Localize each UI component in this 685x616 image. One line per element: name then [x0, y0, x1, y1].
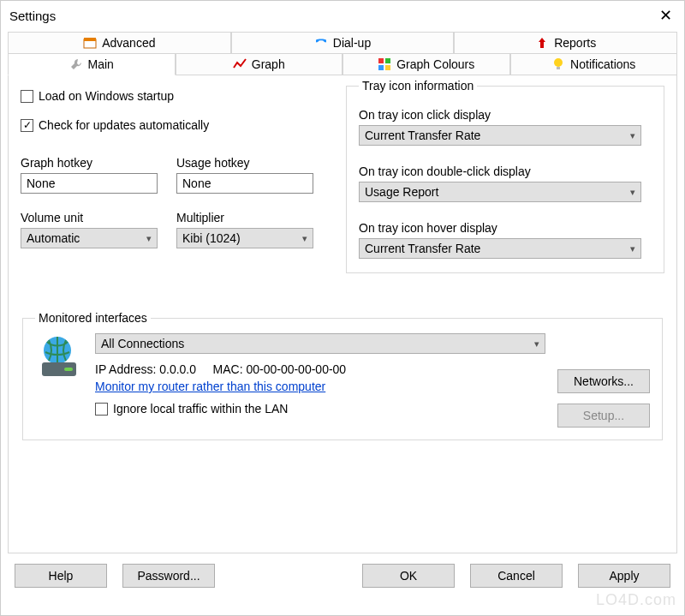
ok-button[interactable]: OK: [362, 564, 455, 588]
checkbox-icon: [95, 403, 108, 416]
checkbox-load-startup[interactable]: Load on Windows startup: [21, 89, 346, 103]
svg-rect-1: [84, 38, 96, 41]
combo-value: Current Transfer Rate: [365, 129, 480, 142]
svg-rect-10: [64, 368, 73, 371]
wrench-icon: [69, 57, 83, 71]
checkbox-label: Load on Windows startup: [39, 89, 174, 103]
bottom-button-bar: Help Password... OK Cancel Apply: [1, 553, 684, 600]
graph-icon: [233, 57, 247, 71]
lightbulb-icon: [551, 57, 565, 71]
tab-notifications[interactable]: Notifications: [510, 53, 678, 75]
checkbox-label: Check for updates automatically: [39, 118, 209, 132]
mac-label: MAC:: [213, 362, 243, 376]
tabs-row-top: Advanced Dial-up Reports: [8, 32, 677, 53]
chevron-down-icon: ▾: [630, 130, 635, 141]
graph-hotkey-input[interactable]: [21, 173, 158, 194]
palette-icon: [378, 57, 391, 71]
tray-dblclick-label: On tray icon double-click display: [359, 164, 652, 178]
tab-content-main: Load on Windows startup ✓ Check for upda…: [8, 75, 677, 553]
chevron-down-icon: ▾: [630, 187, 635, 198]
calendar-icon: [83, 36, 97, 50]
svg-point-6: [554, 58, 563, 67]
tab-graph[interactable]: Graph: [176, 53, 343, 75]
ip-value: 0.0.0.0: [159, 362, 196, 376]
multiplier-label: Multiplier: [176, 211, 313, 224]
networks-button[interactable]: Networks...: [557, 369, 650, 393]
setup-button[interactable]: Setup...: [557, 404, 650, 428]
tab-label: Advanced: [102, 36, 155, 50]
svg-rect-7: [557, 67, 560, 69]
chevron-down-icon: ▾: [630, 243, 635, 254]
connection-combo[interactable]: All Connections ▾: [95, 333, 545, 354]
graph-hotkey-label: Graph hotkey: [21, 156, 158, 170]
checkbox-icon-checked: ✓: [21, 119, 33, 132]
checkbox-label: Ignore local traffic within the LAN: [113, 402, 288, 416]
monitored-interfaces-fieldset: Monitored interfaces All Connections ▾ I…: [22, 311, 663, 440]
tab-reports[interactable]: Reports: [454, 32, 677, 53]
multiplier-combo[interactable]: Kibi (1024) ▾: [176, 228, 313, 248]
volume-unit-label: Volume unit: [21, 211, 158, 224]
monitor-router-link[interactable]: Monitor my router rather than this compu…: [95, 380, 325, 393]
volume-unit-combo[interactable]: Automatic ▾: [21, 228, 158, 248]
tab-label: Graph: [252, 57, 285, 71]
svg-rect-5: [385, 65, 390, 70]
close-icon[interactable]: ✕: [656, 6, 676, 25]
tab-label: Dial-up: [333, 36, 371, 50]
monitored-legend: Monitored interfaces: [35, 311, 151, 325]
checkbox-icon: [21, 90, 33, 103]
tray-click-label: On tray icon click display: [359, 108, 652, 122]
globe-network-icon: [35, 333, 83, 381]
tab-label: Main: [88, 57, 114, 71]
tab-label: Notifications: [570, 57, 635, 71]
ip-label: IP Address:: [95, 362, 156, 376]
combo-value: Current Transfer Rate: [365, 242, 480, 255]
svg-rect-2: [378, 58, 384, 63]
chevron-down-icon: ▾: [146, 233, 152, 244]
tab-label: Graph Colours: [396, 57, 474, 71]
tray-hover-label: On tray icon hover display: [359, 221, 652, 235]
svg-rect-3: [385, 58, 390, 63]
tray-hover-combo[interactable]: Current Transfer Rate ▾: [359, 238, 641, 259]
combo-value: Kibi (1024): [182, 231, 241, 245]
usage-hotkey-label: Usage hotkey: [176, 156, 313, 170]
tab-graph-colours[interactable]: Graph Colours: [342, 53, 510, 75]
tray-legend: Tray icon information: [359, 79, 477, 93]
tray-dblclick-combo[interactable]: Usage Report ▾: [359, 182, 641, 202]
tabs-row-second: Main Graph Graph Colours Notifications: [8, 53, 677, 75]
cancel-button[interactable]: Cancel: [470, 564, 563, 588]
arrow-up-icon: [535, 36, 549, 50]
tab-dialup[interactable]: Dial-up: [231, 32, 455, 53]
tab-main[interactable]: Main: [8, 53, 176, 75]
help-button[interactable]: Help: [15, 564, 107, 588]
usage-hotkey-input[interactable]: [176, 173, 313, 194]
ip-mac-row: IP Address: 0.0.0.0 MAC: 00-00-00-00-00-…: [95, 362, 545, 376]
apply-button[interactable]: Apply: [578, 564, 670, 588]
tray-icon-fieldset: Tray icon information On tray icon click…: [346, 79, 664, 273]
combo-value: Automatic: [27, 231, 80, 245]
tray-click-combo[interactable]: Current Transfer Rate ▾: [359, 125, 641, 146]
phone-icon: [314, 36, 328, 50]
combo-value: All Connections: [101, 337, 184, 350]
mac-value: 00-00-00-00-00-00: [246, 362, 346, 376]
password-button[interactable]: Password...: [122, 564, 215, 588]
chevron-down-icon: ▾: [534, 338, 539, 350]
tab-label: Reports: [554, 36, 596, 50]
chevron-down-icon: ▾: [302, 233, 307, 244]
tab-advanced[interactable]: Advanced: [8, 32, 231, 53]
combo-value: Usage Report: [365, 185, 438, 199]
window-title: Settings: [9, 9, 56, 23]
svg-rect-4: [378, 65, 384, 70]
checkbox-ignore-lan[interactable]: Ignore local traffic within the LAN: [95, 402, 545, 416]
titlebar: Settings ✕: [1, 1, 684, 32]
checkbox-check-updates[interactable]: ✓ Check for updates automatically: [21, 118, 346, 132]
